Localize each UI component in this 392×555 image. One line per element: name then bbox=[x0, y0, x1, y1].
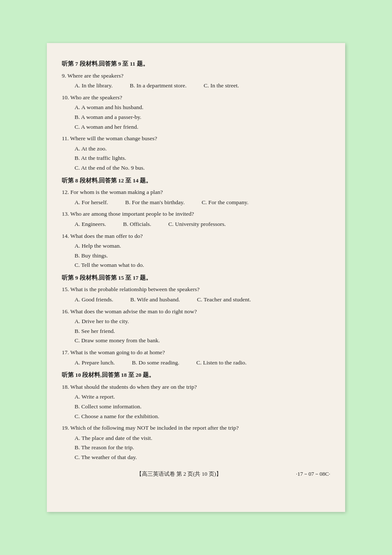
option: B. Wife and husband. bbox=[130, 295, 180, 304]
option: B. Collect some information. bbox=[75, 402, 330, 411]
option: B. For the man's birthday. bbox=[125, 198, 185, 207]
option: A. Good friends. bbox=[75, 295, 113, 304]
footer-right: ·17－07－08C· bbox=[296, 470, 330, 479]
option: B. Officials. bbox=[123, 220, 151, 229]
section-header: 听第 9 段材料,回答第 15 至 17 题。 bbox=[62, 273, 330, 283]
footer-center: 【高三英语试卷 第 2 页(共 10 页)】 bbox=[136, 470, 222, 479]
options-inline: A. In the library.B. In a department sto… bbox=[75, 81, 330, 90]
exam-paper: 听第 7 段材料,回答第 9 至 11 题。9. Where are the s… bbox=[47, 43, 345, 512]
option: C. University professors. bbox=[168, 220, 226, 229]
options-inline: A. Prepare lunch.B. Do some reading.C. L… bbox=[75, 358, 330, 367]
option: C. At the end of the No. 9 bus. bbox=[75, 163, 330, 173]
options-inline: A. Good friends.B. Wife and husband.C. T… bbox=[75, 295, 330, 304]
options-inline: A. Engineers.B. Officials.C. University … bbox=[75, 220, 330, 229]
question: 10. Who are the speakers? bbox=[62, 93, 330, 102]
question: 16. What does the woman advise the man t… bbox=[62, 307, 330, 316]
section-header: 听第 7 段材料,回答第 9 至 11 题。 bbox=[62, 59, 330, 69]
option: C. Choose a name for the exhibition. bbox=[75, 412, 330, 421]
option: A. For herself. bbox=[75, 198, 108, 207]
question: 17. What is the woman going to do at hom… bbox=[62, 348, 330, 357]
option: B. In a department store. bbox=[130, 81, 186, 90]
footer: 【高三英语试卷 第 2 页(共 10 页)】 ·17－07－08C· bbox=[62, 470, 330, 479]
option: A. Prepare lunch. bbox=[75, 358, 115, 367]
question: 18. What should the students do when the… bbox=[62, 382, 330, 392]
question: 19. Which of the following may NOT be in… bbox=[62, 423, 330, 433]
option: C. The weather of that day. bbox=[75, 453, 330, 462]
option: C. A woman and her friend. bbox=[75, 122, 330, 132]
option: B. Buy things. bbox=[75, 251, 330, 260]
option: A. Help the woman. bbox=[75, 241, 330, 251]
options-inline: A. For herself.B. For the man's birthday… bbox=[75, 198, 330, 207]
option: A. In the library. bbox=[75, 81, 112, 90]
option: A. Drive her to the city. bbox=[75, 317, 330, 326]
question: 13. Who are among those important people… bbox=[62, 209, 330, 219]
question: 9. Where are the speakers? bbox=[62, 71, 330, 81]
option: B. Do some reading. bbox=[132, 358, 179, 367]
option: A. The place and date of the visit. bbox=[75, 434, 330, 443]
question: 15. What is the probable relationship be… bbox=[62, 285, 330, 294]
option: C. Tell the woman what to do. bbox=[75, 260, 330, 270]
option: C. In the street. bbox=[204, 81, 239, 90]
option: A. Write a report. bbox=[75, 392, 330, 402]
option: C. Listen to the radio. bbox=[196, 358, 247, 367]
section-header: 听第 10 段材料,回答第 18 至 20 题。 bbox=[62, 370, 330, 380]
option: B. At the traffic lights. bbox=[75, 153, 330, 163]
option: A. Engineers. bbox=[75, 220, 106, 229]
question: 12. For whom is the woman making a plan? bbox=[62, 188, 330, 197]
option: C. For the company. bbox=[202, 198, 248, 207]
option: C. Draw some money from the bank. bbox=[75, 336, 330, 345]
option: B. A woman and a passer-by. bbox=[75, 113, 330, 122]
question: 14. What does the man offer to do? bbox=[62, 231, 330, 241]
option: B. The reason for the trip. bbox=[75, 443, 330, 452]
option: A. A woman and his husband. bbox=[75, 103, 330, 112]
option: C. Teacher and student. bbox=[197, 295, 251, 304]
option: B. See her friend. bbox=[75, 327, 330, 336]
option: A. At the zoo. bbox=[75, 144, 330, 153]
question: 11. Where will the woman change buses? bbox=[62, 134, 330, 143]
section-header: 听第 8 段材料,回答第 12 至 14 题。 bbox=[62, 176, 330, 185]
